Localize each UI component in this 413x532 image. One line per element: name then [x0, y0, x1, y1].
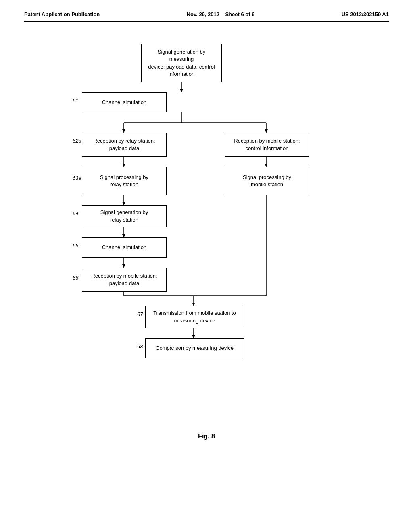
- header-center: Nov. 29, 2012 Sheet 6 of 6: [187, 11, 255, 17]
- header-left: Patent Application Publication: [24, 11, 100, 17]
- box-67-text: Transmission from mobile station to meas…: [153, 310, 236, 324]
- svg-marker-13: [122, 234, 125, 237]
- header: Patent Application Publication Nov. 29, …: [24, 0, 389, 22]
- box-60-text: Signal generation by measuring device: p…: [145, 48, 218, 78]
- box-66-text: Reception by mobile station: payload dat…: [91, 272, 157, 287]
- svg-marker-7: [265, 129, 268, 133]
- box-64: Signal generation by relay station: [82, 205, 167, 227]
- box-67: Transmission from mobile station to meas…: [145, 306, 244, 328]
- page: Patent Application Publication Nov. 29, …: [0, 0, 413, 532]
- svg-marker-15: [122, 264, 125, 268]
- label-67: 67: [137, 311, 143, 317]
- pub-date: Nov. 29, 2012: [187, 11, 219, 17]
- box-66: Reception by mobile station: payload dat…: [82, 268, 167, 292]
- box-61: Channel simulation: [82, 92, 167, 112]
- box-62a: Reception by relay station: payload data: [82, 133, 167, 157]
- svg-marker-11: [122, 202, 125, 205]
- header-right: US 2012/302159 A1: [342, 11, 389, 17]
- box-60: Signal generation by measuring device: p…: [141, 44, 222, 82]
- svg-marker-1: [180, 89, 183, 92]
- sheet-info: Sheet 6 of 6: [225, 11, 254, 17]
- label-63a: 63a: [73, 175, 81, 181]
- label-66: 66: [73, 275, 78, 281]
- box-65: Channel simulation: [82, 237, 167, 258]
- svg-marker-17: [265, 164, 268, 167]
- box-64-text: Signal generation by relay station: [100, 209, 148, 223]
- box-63b-text: Signal processing by mobile station: [243, 174, 291, 188]
- svg-marker-5: [122, 129, 125, 133]
- figure-caption: Fig. 8: [24, 433, 389, 440]
- svg-marker-9: [122, 164, 125, 167]
- box-63a: Signal processing by relay station: [82, 167, 167, 195]
- box-63a-text: Signal processing by relay station: [100, 174, 148, 188]
- box-63b: Signal processing by mobile station: [225, 167, 309, 195]
- label-62a: 62a: [73, 138, 81, 144]
- box-61-text: Channel simulation: [102, 99, 147, 106]
- label-61: 61: [73, 98, 78, 104]
- label-64: 64: [73, 210, 78, 216]
- svg-marker-24: [192, 335, 195, 338]
- label-65: 65: [73, 243, 78, 249]
- box-62a-text: Reception by relay station: payload data: [93, 137, 155, 152]
- box-62b-text: Reception by mobile station: control inf…: [234, 137, 300, 152]
- svg-marker-22: [192, 303, 195, 306]
- label-68: 68: [137, 343, 143, 349]
- diagram-arrows: [24, 38, 389, 421]
- diagram: 60 Signal generation by measuring device…: [24, 38, 389, 421]
- box-62b: Reception by mobile station: control inf…: [225, 133, 309, 157]
- box-65-text: Channel simulation: [102, 244, 147, 251]
- box-68: Comparison by measuring device: [145, 338, 244, 358]
- box-68-text: Comparison by measuring device: [156, 345, 234, 352]
